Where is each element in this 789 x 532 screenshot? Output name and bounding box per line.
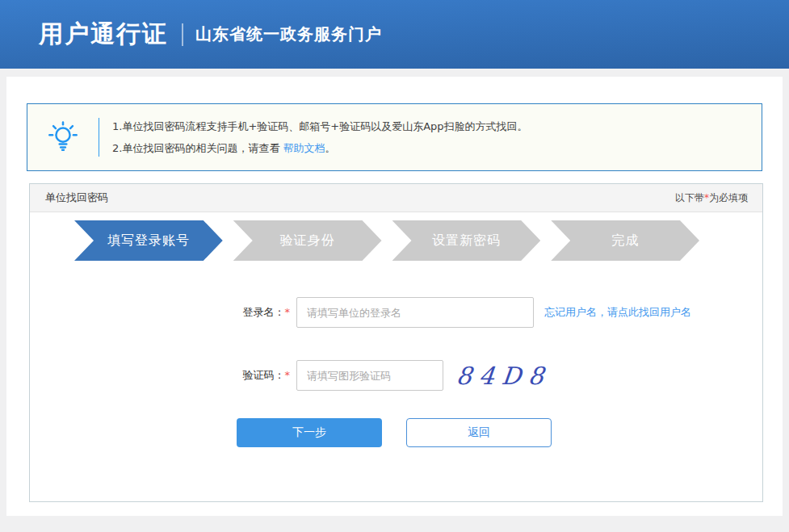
site-header: 用户通行证 山东省统一政务服务门户 xyxy=(0,0,789,69)
step-verify-identity: 验证身份 xyxy=(233,220,382,261)
forgot-username-link[interactable]: 忘记用户名，请点此找回用户名 xyxy=(544,305,691,320)
step-fill-account: 填写登录账号 xyxy=(74,220,223,261)
login-required-star: * xyxy=(285,306,291,318)
notice-divider xyxy=(99,118,99,157)
lightbulb-icon xyxy=(27,120,99,154)
captcha-row: 验证码：* 84D8 xyxy=(30,360,762,391)
login-name-input[interactable] xyxy=(296,297,534,328)
captcha-image[interactable]: 84D8 xyxy=(455,362,552,390)
back-button[interactable]: 返回 xyxy=(406,418,552,447)
captcha-label: 验证码：* xyxy=(30,368,290,383)
required-note: 以下带*为必填项 xyxy=(675,191,748,205)
notice-line-2: 2.单位找回密码的相关问题，请查看 帮助文档。 xyxy=(112,137,528,159)
panel-header: 单位找回密码 以下带*为必填项 xyxy=(30,184,762,212)
step-progress-bar: 填写登录账号 验证身份 设置新密码 完成 xyxy=(74,220,699,261)
help-doc-link[interactable]: 帮助文档 xyxy=(283,142,325,154)
notice-box: 1.单位找回密码流程支持手机+验证码、邮箱号+验证码以及爱山东App扫脸的方式找… xyxy=(27,103,762,171)
panel-title: 单位找回密码 xyxy=(45,191,108,205)
step-set-new-password: 设置新密码 xyxy=(392,220,541,261)
captcha-required-star: * xyxy=(285,369,291,381)
login-name-label: 登录名：* xyxy=(30,305,290,320)
login-name-row: 登录名：* 忘记用户名，请点此找回用户名 xyxy=(30,297,762,328)
button-row: 下一步 返回 xyxy=(237,418,762,447)
password-recovery-panel: 单位找回密码 以下带*为必填项 填写登录账号 验证身份 设置新密码 完成 登录名… xyxy=(29,183,763,502)
next-step-button[interactable]: 下一步 xyxy=(237,418,382,447)
step-complete: 完成 xyxy=(551,220,699,261)
site-subtitle: 山东省统一政务服务门户 xyxy=(195,23,382,45)
title-divider xyxy=(182,23,183,46)
notice-text: 1.单位找回密码流程支持手机+验证码、邮箱号+验证码以及爱山东App扫脸的方式找… xyxy=(112,115,528,159)
main-container: 1.单位找回密码流程支持手机+验证码、邮箱号+验证码以及爱山东App扫脸的方式找… xyxy=(6,77,783,516)
captcha-input[interactable] xyxy=(296,360,443,391)
notice-line-1: 1.单位找回密码流程支持手机+验证码、邮箱号+验证码以及爱山东App扫脸的方式找… xyxy=(112,115,528,137)
site-title: 用户通行证 xyxy=(39,18,168,51)
